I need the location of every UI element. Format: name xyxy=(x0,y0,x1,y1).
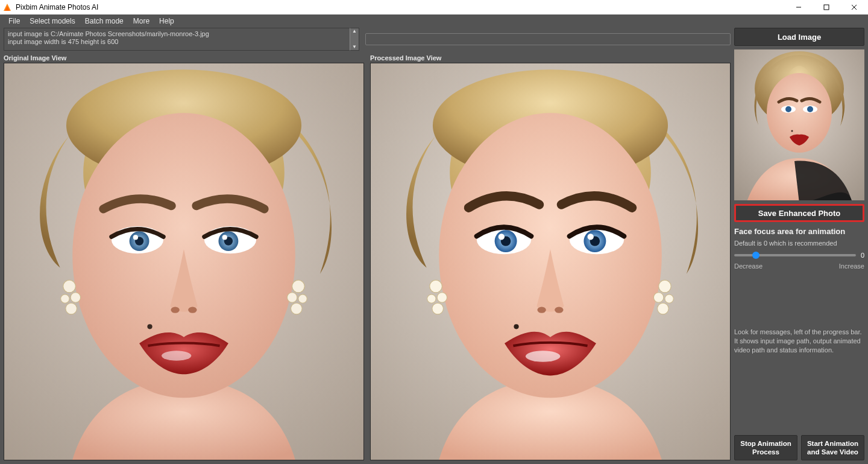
progress-wrap xyxy=(365,28,731,51)
svg-point-25 xyxy=(298,294,307,303)
log-wrap: input image is C:/Animate Photos Screens… xyxy=(4,28,359,51)
menu-more[interactable]: More xyxy=(128,16,154,27)
svg-point-46 xyxy=(659,280,671,293)
svg-point-40 xyxy=(526,351,560,361)
menu-file[interactable]: File xyxy=(4,16,25,27)
svg-point-13 xyxy=(133,235,138,240)
svg-point-38 xyxy=(537,307,546,313)
titlebar: Pixbim Animate Photos AI xyxy=(0,0,868,14)
app-logo-icon xyxy=(2,2,12,12)
log-scrollbar[interactable]: ▲ ▼ xyxy=(350,28,359,51)
svg-point-26 xyxy=(291,303,302,314)
processed-pane: Processed Image View xyxy=(370,54,731,460)
close-button[interactable] xyxy=(840,0,868,14)
scroll-up-icon[interactable]: ▲ xyxy=(352,29,357,34)
menu-select-models[interactable]: Select models xyxy=(25,16,80,27)
svg-point-15 xyxy=(171,307,179,313)
slider-thumb-icon[interactable] xyxy=(752,252,760,259)
svg-point-19 xyxy=(63,280,76,293)
face-focus-slider[interactable] xyxy=(734,254,856,256)
load-image-button[interactable]: Load Image xyxy=(734,28,864,46)
menu-help[interactable]: Help xyxy=(154,16,179,27)
original-pane-label: Original Image View xyxy=(4,54,364,62)
svg-point-37 xyxy=(588,234,594,240)
svg-point-43 xyxy=(437,293,447,302)
svg-point-22 xyxy=(66,303,77,314)
bottom-buttons: Stop Animation Process Start Animation a… xyxy=(734,435,864,460)
save-enhanced-photo-button[interactable]: Save Enhanced Photo xyxy=(734,204,864,222)
slider-value: 0 xyxy=(861,252,864,259)
svg-point-23 xyxy=(292,280,305,293)
svg-point-20 xyxy=(71,293,80,302)
window-title: Pixbim Animate Photos AI xyxy=(16,3,98,11)
svg-point-45 xyxy=(432,303,443,314)
svg-point-36 xyxy=(498,234,505,240)
log-line: input image is C:/Animate Photos Screens… xyxy=(8,30,346,38)
slider-increase-label: Increase xyxy=(839,262,864,270)
minimize-button[interactable] xyxy=(785,0,813,14)
svg-point-48 xyxy=(665,294,673,303)
processed-image[interactable] xyxy=(370,63,731,460)
svg-point-24 xyxy=(287,293,297,302)
svg-point-42 xyxy=(430,280,442,293)
sidebar: Load Image xyxy=(734,28,864,460)
top-row: input image is C:/Animate Photos Screens… xyxy=(4,28,731,51)
svg-point-21 xyxy=(61,294,69,303)
svg-rect-1 xyxy=(824,5,829,10)
svg-point-16 xyxy=(188,307,197,313)
start-animation-button[interactable]: Start Animation and Save Video xyxy=(801,435,864,460)
window-controls xyxy=(785,0,868,14)
thumbnail-image[interactable] xyxy=(734,49,864,200)
stop-animation-button[interactable]: Stop Animation Process xyxy=(734,435,797,460)
original-pane: Original Image View xyxy=(4,54,364,460)
svg-point-17 xyxy=(162,351,191,360)
image-panes: Original Image View xyxy=(4,54,731,460)
face-focus-slider-row: 0 xyxy=(734,252,864,259)
processed-pane-label: Processed Image View xyxy=(370,54,731,62)
face-focus-title: Face focus area for animation xyxy=(734,227,864,236)
svg-point-55 xyxy=(785,106,791,112)
log-line: input image width is 475 height is 600 xyxy=(8,38,346,46)
svg-point-18 xyxy=(147,324,152,329)
menu-batch-mode[interactable]: Batch mode xyxy=(80,16,128,27)
svg-point-47 xyxy=(653,293,663,302)
maximize-button[interactable] xyxy=(813,0,840,14)
menubar: File Select models Batch mode More Help xyxy=(0,14,868,28)
face-focus-subtitle: Default is 0 which is recommended xyxy=(734,240,864,247)
log-box: input image is C:/Animate Photos Screens… xyxy=(4,28,350,51)
main-area: input image is C:/Animate Photos Screens… xyxy=(0,28,868,464)
hint-text: Look for messages, left of the progress … xyxy=(734,328,864,355)
svg-point-49 xyxy=(658,303,668,314)
original-image[interactable] xyxy=(4,63,364,460)
svg-point-41 xyxy=(514,324,518,329)
svg-point-14 xyxy=(222,235,227,240)
svg-point-57 xyxy=(791,130,793,132)
slider-decrease-label: Decrease xyxy=(734,262,763,270)
svg-point-56 xyxy=(807,106,813,112)
left-block: input image is C:/Animate Photos Screens… xyxy=(4,28,731,460)
svg-point-39 xyxy=(555,307,563,313)
slider-labels: Decrease Increase xyxy=(734,262,864,270)
progress-bar xyxy=(365,33,731,45)
svg-point-44 xyxy=(427,294,436,303)
scroll-down-icon[interactable]: ▼ xyxy=(352,45,357,49)
